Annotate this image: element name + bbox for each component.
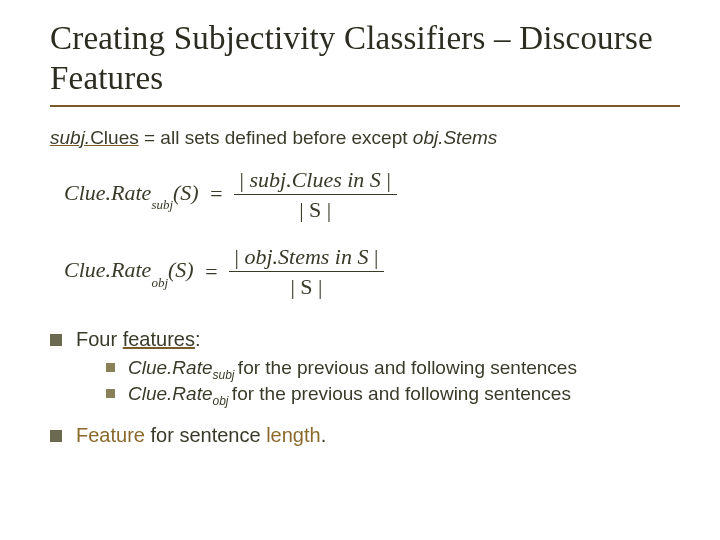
sub2-name: Clue.Rateobj (128, 383, 232, 404)
last-b: for sentence (145, 424, 266, 446)
eq2-num-text: obj.Stems in S (244, 244, 368, 269)
eq2-lhs: Clue.Rateobj(S) (64, 257, 194, 286)
four-lead: Four (76, 328, 123, 350)
last-a: Feature (76, 424, 145, 446)
eq2-arg: (S) (168, 257, 194, 282)
eq1-num-close: | (381, 167, 391, 192)
eq1-lhs-sub: subj (151, 197, 173, 212)
sub1-sub: subj (213, 367, 238, 381)
sub2-rest: for the previous and following sentences (232, 383, 571, 404)
slide: Creating Subjectivity Classifiers – Disc… (0, 0, 720, 540)
eq1-numerator: | subj.Clues in S | (234, 167, 397, 192)
slide-title: Creating Subjectivity Classifiers – Disc… (50, 18, 680, 101)
sub1-name: Clue.Ratesubj (128, 357, 238, 378)
sub-bullet-subj: Clue.Ratesubj for the previous and follo… (106, 357, 680, 382)
eq2-num-open: | (235, 244, 245, 269)
eq2-denominator: | S | (284, 274, 328, 299)
equation-obj: Clue.Rateobj(S) = | obj.Stems in S | | S… (64, 244, 680, 300)
bullet-list: Four features: Clue.Ratesubj for the pre… (50, 328, 680, 448)
eq2-lhs-main: Clue.Rate (64, 257, 151, 282)
sub1-name-text: Clue.Rate (128, 357, 213, 378)
equation-subj: Clue.Ratesubj(S) = | subj.Clues in S | |… (64, 167, 680, 223)
eq1-lhs-main: Clue.Rate (64, 180, 151, 205)
eq1-bar (234, 194, 397, 195)
eq2-lhs-sub: obj (151, 275, 168, 290)
def-term-word: Clues (90, 127, 139, 148)
eq2-num-close: | (368, 244, 378, 269)
title-underline (50, 105, 680, 107)
last-c: length (266, 424, 321, 446)
eq1-denominator: | S | (293, 197, 337, 222)
eq2-numerator: | obj.Stems in S | (229, 244, 385, 269)
eq1-fraction: | subj.Clues in S | | S | (234, 167, 397, 223)
eq1-equals: = (209, 181, 224, 207)
four-tail: : (195, 328, 201, 350)
sub2-name-text: Clue.Rate (128, 383, 213, 404)
sub1-rest: for the previous and following sentences (238, 357, 577, 378)
def-obj: obj.Stems (413, 127, 497, 148)
eq2-bar (229, 271, 385, 272)
def-mid: = all sets defined before except (139, 127, 413, 148)
sub-bullet-obj: Clue.Rateobj for the previous and follow… (106, 383, 680, 408)
last-d: . (321, 424, 327, 446)
eq1-arg: (S) (173, 180, 199, 205)
sub-bullet-list: Clue.Ratesubj for the previous and follo… (106, 357, 680, 409)
sub2-sub: obj (213, 394, 232, 408)
bullet-four-features: Four features: Clue.Ratesubj for the pre… (50, 328, 680, 409)
eq1-num-open: | (240, 167, 250, 192)
definition-line: subj.Clues = all sets defined before exc… (50, 127, 680, 149)
eq2-equals: = (204, 259, 219, 285)
four-underline: features (123, 328, 195, 350)
eq1-lhs: Clue.Ratesubj(S) (64, 180, 199, 209)
eq1-num-text: subj.Clues in S (249, 167, 380, 192)
def-term-prefix: subj. (50, 127, 90, 148)
bullet-sentence-length: Feature for sentence length. (50, 424, 680, 447)
eq2-fraction: | obj.Stems in S | | S | (229, 244, 385, 300)
